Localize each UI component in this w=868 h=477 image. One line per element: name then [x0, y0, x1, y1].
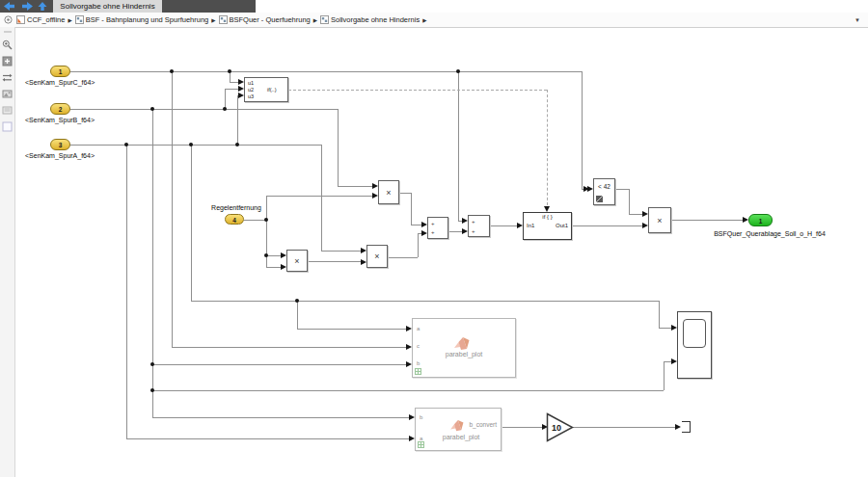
subsystem-badge-icon[interactable]: [4, 15, 13, 24]
if-port-u1: u1: [248, 80, 254, 86]
breadcrumb-item-bsf[interactable]: BSF - Bahnplanung und Spurfuehrung: [75, 15, 209, 24]
matlab-function-parabel-plot-2[interactable]: b a b_convert parabel_plot: [415, 408, 502, 451]
wire-segment[interactable]: [172, 347, 406, 348]
wire-segment[interactable]: [659, 328, 671, 329]
wire-segment[interactable]: [321, 145, 322, 251]
sum-block-2[interactable]: + +: [468, 215, 490, 237]
wire-segment[interactable]: [671, 220, 743, 221]
wire-segment[interactable]: [266, 267, 281, 268]
matlab-logo-icon: [450, 420, 464, 432]
inport-4[interactable]: 4: [225, 214, 244, 225]
wire-segment[interactable]: [152, 417, 409, 418]
breadcrumb-item-root[interactable]: CCF_offline: [16, 15, 65, 24]
wire-segment[interactable]: [615, 189, 629, 190]
outport-1[interactable]: 1: [748, 214, 773, 226]
scope-block[interactable]: [677, 311, 712, 379]
fn2-port-b: b: [420, 414, 422, 420]
wire-segment[interactable]: [191, 301, 659, 302]
wire-segment[interactable]: [225, 89, 238, 90]
fn2-out-label: b_convert: [469, 421, 497, 428]
wire-segment[interactable]: [502, 427, 542, 428]
model-icon: [16, 15, 25, 24]
wire-segment[interactable]: [338, 109, 339, 186]
wire-segment[interactable]: [297, 329, 406, 330]
sum-plus: +: [472, 219, 475, 225]
matlab-function-parabel-plot-1[interactable]: a c b parabel_plot: [412, 318, 516, 378]
control-wire-segment[interactable]: [288, 90, 547, 91]
wire-segment[interactable]: [582, 71, 583, 189]
diagram-canvas[interactable]: 1 <SenKam_SpurC_f64> 2 <SenKam_SpurB_f64…: [0, 27, 868, 477]
wire-segment[interactable]: [664, 361, 671, 362]
wire-segment[interactable]: [458, 71, 459, 221]
wire-segment[interactable]: [70, 145, 321, 146]
wire-segment[interactable]: [152, 109, 153, 417]
wire-segment[interactable]: [411, 193, 412, 225]
wire-segment[interactable]: [448, 231, 462, 232]
breadcrumb-item-current[interactable]: Sollvorgabe ohne Hindernis: [320, 15, 420, 24]
boolean-badge-icon: [596, 196, 603, 202]
breadcrumb-dropdown[interactable]: ▼: [854, 17, 860, 23]
junction-dot: [170, 69, 174, 73]
wire-segment[interactable]: [572, 225, 642, 226]
terminator-block[interactable]: [682, 421, 691, 433]
inport-1[interactable]: 1: [50, 66, 70, 77]
inport-3[interactable]: 3: [50, 139, 70, 150]
wire-segment[interactable]: [664, 361, 665, 390]
breadcrumb-separator: ▶: [422, 17, 426, 23]
compare-to-constant-block[interactable]: < 42: [593, 178, 615, 205]
wire-segment[interactable]: [237, 95, 238, 145]
wire-segment[interactable]: [191, 145, 192, 301]
wire-segment[interactable]: [418, 233, 419, 257]
wire-segment[interactable]: [308, 261, 361, 262]
tab-sollvorgabe[interactable]: Sollvorgabe ohne Hindernis: [53, 0, 162, 13]
fn-badge-icon: [418, 441, 424, 448]
product-block-output[interactable]: ×: [648, 207, 671, 233]
fn1-name: parabel_plot: [413, 351, 515, 358]
wire-segment[interactable]: [230, 82, 238, 83]
breadcrumb: CCF_offline ▶ BSF - Bahnplanung und Spur…: [0, 13, 868, 28]
product-block-lower-left[interactable]: ×: [286, 250, 308, 272]
wire-segment[interactable]: [399, 193, 411, 194]
wire-segment[interactable]: [152, 364, 406, 365]
wire-segment[interactable]: [244, 220, 266, 221]
wire-segment[interactable]: [172, 71, 173, 347]
wire-segment[interactable]: [321, 251, 361, 252]
wire-segment[interactable]: [152, 390, 664, 391]
wire-segment[interactable]: [411, 225, 421, 225]
gain-block[interactable]: 10: [546, 412, 574, 442]
sum-block-1[interactable]: + +: [427, 217, 448, 239]
wire-segment[interactable]: [629, 189, 630, 214]
arrowhead: [583, 186, 589, 192]
wire-segment[interactable]: [70, 71, 582, 72]
wire-segment[interactable]: [388, 257, 418, 258]
wire-segment[interactable]: [573, 427, 675, 428]
junction-dot: [223, 107, 227, 111]
wire-segment[interactable]: [266, 196, 372, 197]
wire-segment[interactable]: [266, 255, 281, 256]
wire-segment[interactable]: [297, 301, 298, 329]
wire-segment[interactable]: [659, 301, 660, 328]
wire-segment[interactable]: [225, 89, 226, 109]
junction-dot: [189, 143, 193, 146]
wire-segment[interactable]: [70, 109, 338, 110]
wire-segment[interactable]: [126, 438, 409, 439]
wire-segment[interactable]: [629, 214, 642, 215]
junction-dot: [150, 107, 154, 111]
forward-arrow-icon[interactable]: [20, 2, 34, 11]
control-wire-segment[interactable]: [547, 90, 548, 205]
wire-segment[interactable]: [338, 186, 372, 187]
inport-2[interactable]: 2: [50, 103, 70, 115]
back-arrow-icon[interactable]: [3, 2, 16, 11]
if-action-in1: In1: [527, 223, 534, 228]
wire-segment[interactable]: [126, 145, 127, 438]
if-action-subsystem[interactable]: if { } In1 Out1: [523, 212, 572, 240]
breadcrumb-label: CCF_offline: [27, 15, 65, 24]
sum-plus: +: [472, 228, 475, 234]
wire-segment[interactable]: [490, 225, 517, 226]
if-action-out1: Out1: [556, 223, 568, 228]
product-block-top[interactable]: ×: [378, 180, 399, 204]
up-arrow-icon[interactable]: [38, 2, 47, 11]
product-block-lower-right[interactable]: ×: [366, 245, 388, 268]
breadcrumb-item-bsfquer[interactable]: BSFQuer - Querfuehrung: [219, 15, 311, 24]
if-block[interactable]: u1 u2 u3 if(..): [244, 77, 288, 102]
